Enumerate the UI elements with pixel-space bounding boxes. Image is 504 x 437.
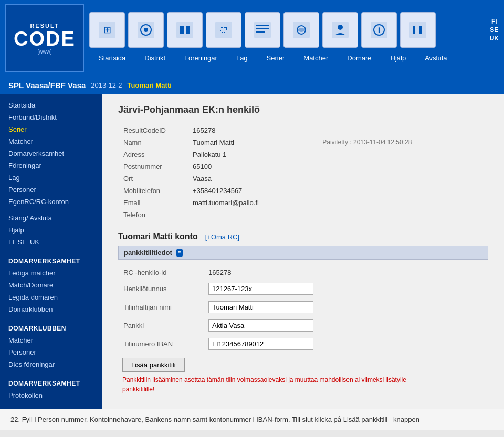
logo[interactable]: RESULT CODE [www] (5, 4, 84, 72)
nav-icon-startsida[interactable]: ⊞ (89, 12, 125, 48)
sidebar-lang-uk[interactable]: UK (30, 238, 39, 246)
sidebar-item-personer[interactable]: Personer (0, 184, 102, 196)
nav-matcher[interactable]: Matcher (294, 51, 338, 65)
namn-value: Tuomari Matti (188, 137, 317, 148)
row-email: Email matti.tuomari@pallo.fi (119, 197, 487, 208)
sidebar-item-foreningar[interactable]: Föreningar (0, 159, 102, 172)
rc-henkilo-id-value: 165278 (204, 266, 487, 279)
nav-serier[interactable]: Serier (257, 51, 295, 65)
main-layout: Startsida Förbund/Distrikt Serier Matche… (0, 94, 504, 409)
svg-text:🛡: 🛡 (219, 26, 228, 35)
nav-domare[interactable]: Domare (338, 51, 381, 65)
sidebar-item-matcher[interactable]: Matcher (0, 135, 102, 147)
form-table: RC -henkilo-id 165278 Henkilötunnus Tili… (118, 265, 488, 354)
svg-rect-5 (176, 22, 193, 38)
telefon-label: Telefon (119, 209, 187, 220)
empty-td7 (318, 209, 487, 220)
lang-fi[interactable]: FI (491, 18, 497, 25)
sidebar-lang-se[interactable]: SE (18, 238, 27, 246)
sidebar-item-forbund[interactable]: Förbund/Distrikt (0, 111, 102, 123)
sidebar-item-egenrc[interactable]: EgenRC/RC-konton (0, 196, 102, 208)
tilinumero-cell (204, 335, 487, 353)
empty-td2 (318, 149, 487, 160)
panel-header: pankkitilitiedot * (118, 246, 488, 260)
svg-point-17 (338, 25, 343, 30)
org-name: SPL Vaasa/FBF Vasa (8, 81, 86, 90)
sidebar-item-serier[interactable]: Serier (0, 123, 102, 135)
sidebar-item-startsida[interactable]: Startsida (0, 99, 102, 111)
sub-header: SPL Vaasa/FBF Vasa 2013-12-2 Tuomari Mat… (0, 77, 504, 94)
nav-avsluta[interactable]: Avsluta (415, 51, 456, 65)
row-namn: Namn Tuomari Matti Päivitetty : 2013-11-… (119, 137, 487, 148)
svg-text:⊞: ⊞ (103, 25, 111, 35)
tilinumero-label: Tilinumero IBAN (119, 335, 203, 353)
sidebar-item-dk-foreningar[interactable]: Dk:s föreningar (0, 358, 102, 370)
sidebar-item-dk-personer[interactable]: Personer (0, 346, 102, 358)
nav-foreningar[interactable]: Föreningar (175, 51, 227, 65)
nav-icons: ⊞ (89, 12, 499, 48)
nav-hjalp[interactable]: Hjälp (381, 51, 416, 65)
tilinhaltijan-input[interactable] (208, 301, 313, 313)
sidebar-item-lag[interactable]: Lag (0, 172, 102, 184)
lang-uk[interactable]: UK (490, 35, 499, 42)
sidebar-item-stang[interactable]: Stäng/ Avsluta (0, 212, 102, 224)
konto-section-title: Tuomari Matti konto [+Oma RC] (118, 232, 488, 241)
nav-icon-hjalp[interactable]: i (361, 12, 397, 48)
sidebar: Startsida Förbund/Distrikt Serier Matche… (0, 94, 102, 409)
nav-startsida[interactable]: Startsida (89, 51, 135, 65)
updated-value: 2013-11-04 12:50:28 (353, 138, 412, 146)
nav-icon-distrikt[interactable] (128, 12, 164, 48)
resultcodeid-label: ResultCodeID (119, 125, 187, 136)
namn-label: Namn (119, 137, 187, 148)
lang-selector[interactable]: FI SE UK (490, 18, 499, 42)
nav-icon-lag[interactable]: 🛡 (206, 12, 242, 48)
sidebar-item-dk-matcher[interactable]: Matcher (0, 334, 102, 346)
row-resultcodeid: ResultCodeID 165278 (119, 125, 487, 136)
domare-icon (331, 20, 350, 39)
sidebar-item-protokollen[interactable]: Protokollen (0, 389, 102, 401)
svg-rect-13 (256, 31, 265, 33)
svg-rect-10 (254, 22, 271, 38)
row-ort: Ort Vaasa (119, 173, 487, 184)
email-label: Email (119, 197, 187, 208)
ort-label: Ort (119, 173, 187, 184)
tilinumero-input[interactable] (208, 338, 313, 350)
oma-rc-link[interactable]: [+Oma RC] (205, 233, 239, 241)
btn-area: Lisää pankkitili (118, 354, 488, 372)
sidebar-divider-4 (0, 370, 102, 375)
svg-rect-6 (180, 26, 184, 34)
svg-rect-22 (413, 26, 415, 34)
sidebar-item-domarverksamhet[interactable]: Domarverksamhet (0, 147, 102, 159)
sidebar-item-match-domare[interactable]: Match/Domare (0, 279, 102, 291)
serier-icon (253, 20, 272, 39)
foreningar-icon (175, 20, 194, 39)
sidebar-item-domarklubben[interactable]: Domarklubben (0, 303, 102, 315)
lang-se[interactable]: SE (490, 26, 498, 34)
nav-area: ⊞ (89, 12, 499, 65)
nav-icon-foreningar[interactable] (167, 12, 203, 48)
tilinhaltijan-cell (204, 299, 487, 316)
matcher-icon (292, 20, 311, 39)
updated-info: Päivitetty : 2013-11-04 12:50:28 (318, 137, 487, 148)
sidebar-item-lediga[interactable]: Lediga matcher (0, 267, 102, 279)
sidebar-item-legida[interactable]: Legida domaren (0, 291, 102, 303)
nav-icon-domare[interactable] (322, 12, 358, 48)
footer-note-text: 22. Fyll i Person nummer, Kontoinnehavar… (10, 415, 419, 423)
pankki-input[interactable] (208, 319, 313, 332)
nav-icon-avsluta[interactable] (400, 12, 436, 48)
sidebar-item-hjalp[interactable]: Hjälp (0, 224, 102, 236)
add-pankkitili-button[interactable]: Lisää pankkitili (122, 358, 185, 372)
nav-icon-serier[interactable] (245, 12, 280, 48)
nav-distrikt[interactable]: Distrikt (135, 51, 175, 65)
logo-www: [www] (37, 49, 51, 55)
pankki-cell (204, 317, 487, 334)
top-header: RESULT CODE [www] ⊞ (0, 0, 504, 77)
row-henkilotunnus: Henkilötunnus (119, 280, 487, 297)
sidebar-lang[interactable]: FI SE UK (0, 236, 102, 248)
nav-icon-matcher[interactable] (284, 12, 319, 48)
mobiltelefon-value: +358401234567 (188, 185, 317, 196)
nav-lag[interactable]: Lag (227, 51, 257, 65)
sidebar-lang-fi[interactable]: FI (8, 238, 15, 246)
henkilotunnus-input[interactable] (208, 283, 313, 295)
footer-note: 22. Fyll i Person nummer, Kontoinnehavar… (0, 409, 504, 430)
